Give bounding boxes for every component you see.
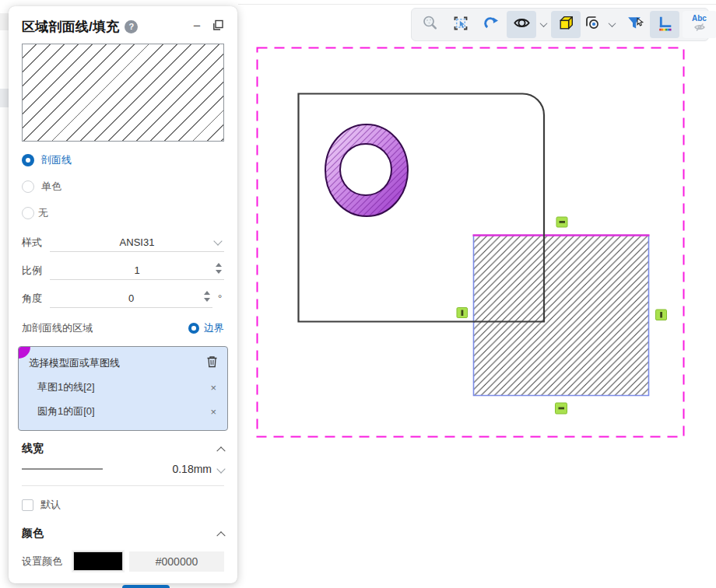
color-section-header[interactable]: 颜色 [22, 526, 224, 541]
angle-value: 0 [128, 292, 134, 304]
datum-display-button[interactable] [650, 11, 679, 38]
selection-item-label: 圆角1的面[0] [37, 404, 95, 418]
remove-item-button[interactable]: × [210, 382, 216, 394]
selection-header-row: 选择模型面或草图线 [19, 347, 227, 370]
color-row: 设置颜色 #000000 [22, 551, 224, 572]
confirm-button[interactable]: 确定 [122, 585, 170, 588]
select-region-icon [451, 14, 470, 36]
chevron-down-icon [213, 236, 222, 245]
collapse-icon[interactable] [216, 531, 225, 540]
radio-unselected-icon[interactable] [22, 207, 34, 219]
redo-arrow-icon [482, 14, 500, 36]
linewidth-sample [22, 468, 103, 470]
region-label: 加剖面线的区域 [22, 321, 93, 335]
remove-item-button[interactable]: × [210, 406, 216, 418]
shaded-display-button[interactable] [551, 11, 581, 38]
handle-right-edge[interactable] [656, 310, 667, 320]
handle-left-edge[interactable] [457, 308, 468, 318]
style-select[interactable]: ANSI31 [50, 233, 224, 252]
fill-option-none[interactable]: 无 [22, 205, 224, 221]
annotation-visibility-button[interactable]: Abc [683, 11, 716, 38]
eye-icon [512, 13, 532, 36]
color-hex-field[interactable]: #000000 [129, 551, 224, 572]
angle-row: 角度 0 ° [22, 289, 224, 308]
trash-icon [206, 355, 218, 368]
handle-bottom-remove[interactable] [556, 403, 567, 414]
cube-icon [556, 13, 576, 36]
scale-input[interactable]: 1 [50, 261, 224, 280]
angle-label: 角度 [22, 289, 50, 308]
magnifier-icon [421, 14, 440, 36]
selection-placeholder: 选择模型面或草图线 [29, 356, 120, 370]
boundary-option[interactable]: 边界 [188, 321, 224, 335]
dialog-title: 区域剖面线/填充 [22, 18, 119, 36]
dialog-footer: 确定 关闭 [22, 585, 224, 588]
scale-label: 比例 [22, 261, 50, 280]
selection-item[interactable]: 草图1的线[2] × [19, 370, 227, 394]
filter-icon [625, 13, 644, 36]
abc-hidden-eye-icon: Abc [689, 13, 711, 37]
default-label: 默认 [40, 498, 61, 512]
scale-row: 比例 1 [22, 261, 224, 280]
fill-option-hatch[interactable]: 剖面线 [22, 152, 224, 168]
color-label: 颜色 [22, 527, 44, 541]
chevron-down-icon [540, 19, 548, 27]
radio-selected-icon[interactable] [22, 154, 34, 166]
set-color-label: 设置颜色 [22, 555, 73, 569]
minimize-button[interactable]: − [193, 23, 201, 30]
radio-selected-icon[interactable] [188, 323, 199, 334]
angle-stepper[interactable] [204, 291, 210, 302]
filter-button[interactable] [619, 11, 649, 38]
linewidth-value[interactable]: 0.18mm [172, 463, 212, 475]
scale-stepper[interactable] [216, 263, 222, 274]
linewidth-label: 线宽 [22, 442, 44, 456]
style-row: 样式 ANSI31 [22, 233, 224, 252]
redo-button[interactable] [476, 11, 506, 38]
selection-item-label: 草图1的线[2] [37, 380, 95, 394]
hatch-region-square[interactable] [473, 236, 650, 396]
style-value: ANSI31 [120, 236, 155, 248]
checkbox-unchecked-icon[interactable] [22, 499, 33, 511]
fill-option-solid[interactable]: 单色 [22, 179, 224, 194]
angle-input[interactable]: 0 [50, 289, 212, 308]
float-window-button[interactable] [212, 19, 224, 33]
help-icon[interactable]: ? [125, 20, 138, 33]
section-view-button[interactable] [581, 11, 605, 38]
datum-axis-icon [655, 13, 675, 36]
selection-listbox[interactable]: 选择模型面或草图线 草图1的线[2] × 圆角1的面[0] × [18, 346, 228, 431]
section-view-icon [584, 15, 602, 35]
view-toolbar: Abc [411, 8, 709, 41]
app-window: Abc 区域剖面线/填充 ? − [0, 0, 716, 588]
selection-item[interactable]: 圆角1的面[0] × [19, 394, 227, 418]
chevron-down-icon [609, 19, 616, 27]
fill-option-label: 无 [38, 206, 48, 220]
zoom-button[interactable] [416, 11, 445, 38]
scale-value: 1 [134, 264, 139, 276]
linewidth-section-header[interactable]: 线宽 [22, 441, 224, 457]
hatch-region-donut[interactable] [325, 124, 408, 216]
chevron-down-icon[interactable] [216, 464, 225, 473]
section-view-dropdown[interactable] [605, 11, 619, 38]
delete-all-button[interactable] [206, 355, 218, 370]
hatch-fill-dialog: 区域剖面线/填充 ? − 剖面线 单色 无 [9, 6, 237, 583]
svg-text:Abc: Abc [692, 14, 707, 23]
visibility-button[interactable] [507, 11, 536, 38]
dialog-titlebar: 区域剖面线/填充 ? − [22, 16, 224, 37]
boundary-label: 边界 [204, 321, 224, 335]
region-row: 加剖面线的区域 边界 [22, 320, 224, 336]
linewidth-row: 0.18mm [22, 463, 224, 486]
collapse-icon[interactable] [216, 446, 225, 455]
visibility-dropdown[interactable] [537, 11, 550, 38]
hatch-preview [22, 44, 224, 142]
default-option[interactable]: 默认 [22, 497, 224, 513]
fill-option-label: 剖面线 [41, 153, 72, 167]
box-select-button[interactable] [446, 11, 476, 38]
handle-top-remove[interactable] [556, 217, 567, 227]
angle-unit: ° [218, 289, 224, 308]
color-swatch[interactable] [73, 551, 123, 571]
fill-option-label: 单色 [41, 180, 61, 194]
style-label: 样式 [22, 233, 50, 252]
radio-unselected-icon[interactable] [22, 180, 34, 193]
